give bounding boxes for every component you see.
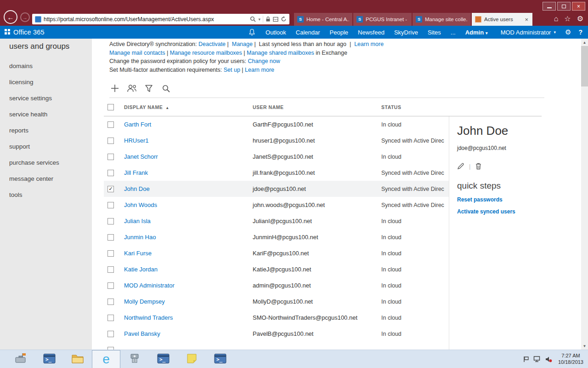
link-learn-more[interactable]: Learn more bbox=[354, 41, 384, 47]
sidebar-item-purchase-services[interactable]: purchase services bbox=[0, 155, 92, 171]
search-users-button[interactable] bbox=[160, 83, 171, 93]
forward-button[interactable]: → bbox=[20, 12, 30, 22]
o365-brand[interactable]: Office 365 bbox=[5, 29, 45, 36]
display-name-link[interactable]: Janet Schorr bbox=[124, 153, 253, 160]
taskbar-app-powershell[interactable]: >_ bbox=[35, 350, 63, 368]
scrollbar-thumb[interactable] bbox=[581, 46, 588, 86]
table-row[interactable]: Jill Frank jill.frank@pcgus100.net Synce… bbox=[104, 165, 449, 181]
display-name-link[interactable]: John Woods bbox=[124, 201, 253, 208]
minimize-button[interactable] bbox=[543, 2, 556, 11]
sidebar-item-tools[interactable]: tools bbox=[0, 187, 92, 203]
link-manage-mail-contacts[interactable]: Manage mail contacts bbox=[109, 50, 165, 56]
delete-trash-icon[interactable] bbox=[475, 162, 482, 170]
display-name-link[interactable]: Junmin Hao bbox=[124, 234, 253, 241]
table-row[interactable]: Kari Furse KariF@pcgus100.net In cloud bbox=[104, 245, 449, 261]
sidebar-item-reports[interactable]: reports bbox=[0, 122, 92, 138]
nav-admin[interactable]: Admin▾ bbox=[465, 29, 488, 36]
tab-close-icon[interactable]: × bbox=[524, 16, 529, 23]
row-checkbox[interactable] bbox=[107, 331, 114, 337]
row-checkbox[interactable] bbox=[107, 315, 114, 321]
refresh-icon[interactable] bbox=[281, 16, 287, 22]
tab-active-users[interactable]: Active users × bbox=[472, 13, 532, 26]
back-button[interactable]: ← bbox=[4, 10, 17, 24]
settings-gear-icon[interactable]: ⚙ bbox=[565, 28, 571, 36]
restore-button[interactable] bbox=[557, 2, 571, 11]
compatibility-view-icon[interactable] bbox=[273, 17, 278, 22]
help-button[interactable]: ? bbox=[578, 29, 582, 36]
display-name-link[interactable]: Northwind Traders bbox=[124, 314, 253, 321]
row-checkbox[interactable] bbox=[107, 250, 114, 257]
table-row[interactable]: Katie Jordan KatieJ@pcgus100.net In clou… bbox=[104, 261, 449, 277]
nav-outlook[interactable]: Outlook bbox=[266, 29, 286, 36]
nav-newsfeed[interactable]: Newsfeed bbox=[358, 29, 384, 36]
row-checkbox[interactable] bbox=[107, 299, 114, 305]
display-name-link[interactable]: MOD Administrator bbox=[124, 282, 253, 289]
display-name-link[interactable]: HRUser1 bbox=[124, 137, 253, 144]
home-button[interactable]: ⌂ bbox=[554, 14, 559, 23]
row-checkbox[interactable] bbox=[107, 138, 114, 144]
network-icon[interactable] bbox=[533, 356, 541, 362]
nav-sites[interactable]: Sites bbox=[428, 29, 441, 36]
table-row[interactable]: Pavel Bansky PavelB@pcgus100.net In clou… bbox=[104, 326, 449, 342]
display-name-link[interactable]: Julian Isla bbox=[124, 218, 253, 224]
page-scrollbar[interactable]: ▲ ▼ bbox=[581, 39, 588, 350]
scroll-down-icon[interactable]: ▼ bbox=[581, 342, 588, 350]
sidebar-item-service-health[interactable]: service health bbox=[0, 106, 92, 122]
header-display-name[interactable]: DISPLAY NAME▲ bbox=[124, 104, 253, 110]
display-name-link[interactable]: Katie Jordan bbox=[124, 266, 253, 273]
filter-funnel-button[interactable] bbox=[143, 83, 154, 93]
link-learn-more[interactable]: Learn more bbox=[245, 67, 274, 73]
table-row[interactable]: Molly Dempsey MollyD@pcgus100.net In clo… bbox=[104, 293, 449, 310]
row-checkbox[interactable] bbox=[107, 347, 114, 350]
row-checkbox[interactable] bbox=[107, 121, 114, 128]
favorites-star-button[interactable]: ☆ bbox=[564, 14, 571, 23]
sidebar-item-service-settings[interactable]: service settings bbox=[0, 90, 92, 106]
address-bar[interactable]: https://portal.microsoftonline.com/UserM… bbox=[32, 14, 289, 24]
sidebar-item-support[interactable]: support bbox=[0, 138, 92, 155]
table-row[interactable]: Junmin Hao JunminH@pcgus100.net In cloud bbox=[104, 229, 449, 245]
table-row[interactable]: Garth Fort GarthF@pcgus100.net In cloud bbox=[104, 116, 449, 132]
link-manage-resource-mailboxes[interactable]: Manage resource mailboxes bbox=[170, 50, 242, 56]
tab-manage-site-colle[interactable]: S Manage site colle... bbox=[413, 13, 471, 26]
table-row[interactable] bbox=[104, 342, 449, 350]
tab-home-central-a[interactable]: S Home - Central A... bbox=[294, 13, 352, 26]
header-user-name[interactable]: USER NAME bbox=[253, 104, 381, 110]
taskbar-app-powershell[interactable]: >_ bbox=[206, 350, 234, 368]
close-button[interactable]: × bbox=[572, 2, 585, 11]
display-name-link[interactable]: Pavel Bansky bbox=[124, 330, 253, 337]
address-dropdown-icon[interactable]: ▾ bbox=[258, 17, 260, 22]
account-menu[interactable]: MOD Administrator ▾ bbox=[501, 29, 556, 36]
add-user-plus-button[interactable] bbox=[109, 83, 120, 93]
sidebar-item-message-center[interactable]: message center bbox=[0, 171, 92, 187]
tab-pcgus-intranet[interactable]: S PCGUS Intranet - ... bbox=[353, 13, 412, 26]
nav-calendar[interactable]: Calendar bbox=[296, 29, 320, 36]
scroll-up-icon[interactable]: ▲ bbox=[581, 39, 588, 46]
row-checkbox[interactable] bbox=[107, 234, 114, 241]
table-row[interactable]: MOD Administrator admin@pcgus100.net In … bbox=[104, 277, 449, 293]
volume-muted-icon[interactable] bbox=[545, 356, 552, 362]
sidebar-item-domains[interactable]: domains bbox=[0, 58, 92, 74]
taskbar-app-sticky-notes[interactable] bbox=[177, 350, 206, 368]
table-row[interactable]: Janet Schorr JanetS@pcgus100.net In clou… bbox=[104, 149, 449, 165]
link-deactivate[interactable]: Deactivate bbox=[198, 41, 226, 47]
row-checkbox[interactable] bbox=[107, 266, 114, 273]
row-checkbox[interactable] bbox=[107, 282, 114, 289]
link-manage-shared-mailboxes[interactable]: Manage shared mailboxes bbox=[247, 50, 314, 56]
display-name-link[interactable]: Garth Fort bbox=[124, 121, 253, 128]
taskbar-app-file-explorer[interactable] bbox=[63, 350, 92, 368]
taskbar-app-internet-explorer[interactable]: e bbox=[92, 350, 120, 368]
bulk-add-users-button[interactable] bbox=[126, 83, 137, 93]
display-name-link[interactable]: Jill Frank bbox=[124, 169, 253, 176]
taskbar-app-powershell[interactable]: >_ bbox=[149, 350, 177, 368]
display-name-link[interactable]: Kari Furse bbox=[124, 250, 253, 257]
table-row[interactable]: John Woods john.woods@pcgus100.net Synce… bbox=[104, 197, 449, 213]
table-row[interactable]: HRUser1 hruser1@pcgus100.net Synced with… bbox=[104, 132, 449, 149]
sidebar-item-users-and-groups[interactable]: users and groups bbox=[0, 39, 92, 55]
nav-skydrive[interactable]: SkyDrive bbox=[394, 29, 418, 36]
link-change-now[interactable]: Change now bbox=[248, 58, 280, 64]
taskbar-app-server-manager[interactable] bbox=[6, 350, 35, 368]
row-checkbox[interactable] bbox=[107, 170, 114, 176]
display-name-link[interactable]: John Doe bbox=[124, 185, 253, 192]
row-checkbox[interactable] bbox=[107, 202, 114, 208]
browser-tools-gear-button[interactable]: ⚙ bbox=[577, 14, 583, 23]
